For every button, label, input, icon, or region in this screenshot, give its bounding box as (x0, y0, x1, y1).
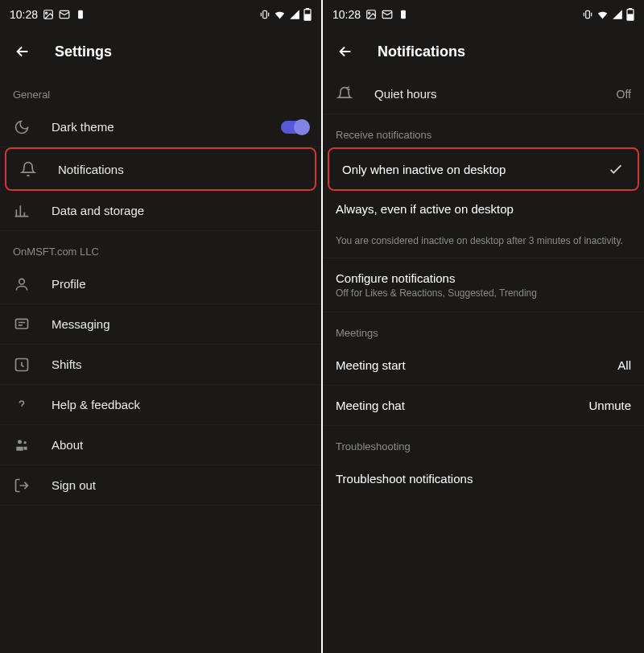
signal-icon (612, 9, 623, 20)
section-troubleshoot: Troubleshooting (323, 426, 644, 459)
svg-rect-9 (16, 319, 28, 329)
svg-point-11 (18, 440, 22, 444)
svg-point-1 (46, 12, 47, 14)
wifi-icon (597, 9, 609, 21)
vibrate-icon (259, 9, 270, 20)
about-row[interactable]: About (0, 425, 321, 465)
svg-point-8 (19, 279, 25, 284)
quiet-hours-label: Quiet hours (374, 87, 596, 101)
image-icon (43, 9, 54, 20)
signout-label: Sign out (52, 478, 308, 492)
section-org: OnMSFT.com LLC (0, 231, 321, 264)
section-receive: Receive notifications (323, 114, 644, 147)
option-inactive-label: Only when inactive on desktop (342, 163, 506, 176)
signout-row[interactable]: Sign out (0, 465, 321, 506)
option-always-label: Always, even if active on desktop (336, 202, 514, 216)
profile-row[interactable]: Profile (0, 264, 321, 304)
page-title: Settings (55, 43, 112, 60)
message-icon (13, 316, 31, 333)
svg-point-12 (24, 441, 27, 444)
app-bar: Settings (0, 29, 321, 74)
wifi-icon (274, 9, 286, 21)
data-storage-row[interactable]: Data and storage (0, 191, 321, 231)
quiet-hours-row[interactable]: Quiet hours Off (323, 74, 644, 114)
inactive-helper-text: You are considered inactive on desktop a… (323, 227, 644, 258)
clock-icon (13, 356, 31, 374)
check-icon (607, 160, 625, 178)
vibrate-icon (582, 9, 593, 20)
svg-rect-3 (78, 10, 83, 19)
svg-rect-7 (305, 14, 310, 19)
svg-rect-4 (263, 10, 267, 18)
inactive-option-highlight: Only when inactive on desktop (328, 147, 639, 191)
profile-label: Profile (52, 277, 308, 291)
dark-theme-toggle[interactable] (281, 121, 308, 134)
signal-icon (289, 9, 300, 20)
person-icon (13, 275, 31, 293)
mail-icon (59, 9, 70, 20)
svg-point-14 (369, 12, 370, 14)
signout-icon (13, 477, 31, 494)
settings-screen: 10:28 Settings General Dark theme (0, 0, 321, 653)
quiet-bell-icon (336, 85, 353, 103)
battery-icon (303, 8, 312, 21)
meeting-chat-row[interactable]: Meeting chat Unmute (323, 386, 644, 426)
svg-rect-17 (586, 10, 590, 18)
configure-sublabel: Off for Likes & Reactions, Suggested, Tr… (336, 287, 631, 299)
troubleshoot-label: Troubleshoot notifications (336, 472, 473, 486)
mail-icon (382, 9, 393, 20)
data-storage-label: Data and storage (52, 204, 308, 217)
back-button[interactable] (336, 42, 355, 61)
teams-icon (13, 436, 31, 454)
page-title: Notifications (378, 43, 465, 60)
battery-icon (626, 8, 634, 21)
note-icon (398, 9, 409, 20)
meeting-chat-label: Meeting chat (336, 399, 405, 412)
moon-icon (13, 118, 31, 136)
status-bar: 10:28 (0, 0, 321, 29)
shifts-row[interactable]: Shifts (0, 345, 321, 385)
chart-icon (13, 202, 31, 220)
notifications-screen: 10:28 Notifications Quiet hours Off Rece… (323, 0, 644, 653)
status-bar: 10:28 (323, 0, 644, 29)
svg-rect-6 (306, 8, 308, 10)
bell-icon (19, 160, 37, 178)
dark-theme-label: Dark theme (52, 120, 260, 134)
section-meetings: Meetings (323, 312, 644, 345)
meeting-start-row[interactable]: Meeting start All (323, 345, 644, 386)
notifications-label: Notifications (58, 163, 302, 176)
option-inactive-desktop[interactable]: Only when inactive on desktop (329, 149, 638, 189)
shifts-label: Shifts (52, 357, 308, 371)
svg-rect-16 (401, 10, 406, 19)
app-bar: Notifications (323, 29, 644, 74)
svg-rect-20 (628, 14, 633, 19)
quiet-hours-value: Off (617, 88, 631, 101)
note-icon (75, 9, 86, 20)
notifications-row[interactable]: Notifications (6, 149, 315, 189)
messaging-label: Messaging (52, 317, 308, 331)
meeting-start-value: All (617, 358, 631, 372)
notifications-highlight: Notifications (5, 147, 316, 191)
section-general: General (0, 74, 321, 107)
option-always-desktop[interactable]: Always, even if active on desktop (323, 191, 644, 227)
meeting-start-label: Meeting start (336, 358, 406, 372)
troubleshoot-row[interactable]: Troubleshoot notifications (323, 459, 644, 498)
question-icon (13, 396, 31, 414)
back-button[interactable] (13, 42, 32, 61)
clock-time: 10:28 (10, 8, 38, 21)
image-icon (365, 9, 377, 20)
configure-label: Configure notifications (336, 271, 631, 285)
svg-rect-19 (629, 8, 631, 10)
dark-theme-row[interactable]: Dark theme (0, 107, 321, 147)
help-label: Help & feedback (52, 398, 308, 411)
messaging-row[interactable]: Messaging (0, 304, 321, 345)
configure-notifications-row[interactable]: Configure notifications Off for Likes & … (323, 258, 644, 312)
about-label: About (52, 438, 308, 452)
meeting-chat-value: Unmute (588, 399, 631, 412)
help-row[interactable]: Help & feedback (0, 385, 321, 425)
clock-time: 10:28 (332, 8, 361, 21)
